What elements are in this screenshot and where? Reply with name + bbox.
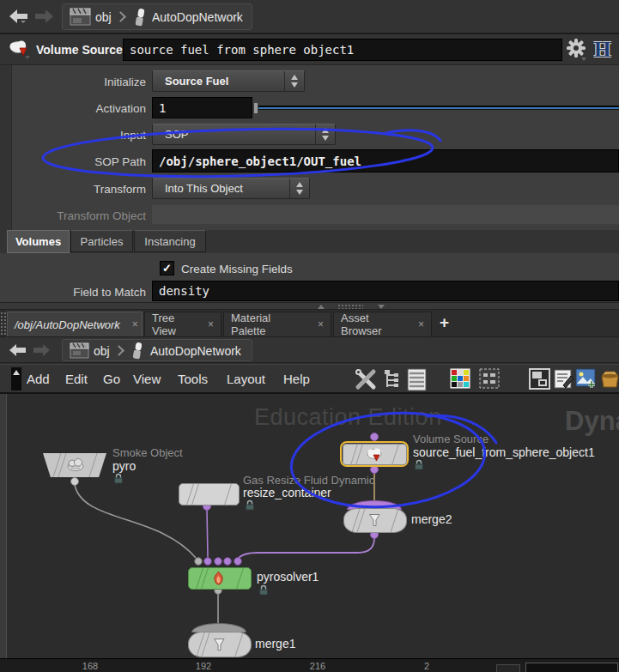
breadcrumb-obj[interactable]: obj (95, 10, 112, 24)
ruler-tick: 216 (310, 661, 325, 671)
input-label: Input (0, 125, 146, 146)
node-name-label[interactable]: pyrosolver1 (257, 570, 319, 584)
pane-tab-material-palette[interactable]: Material Palette× (223, 312, 331, 336)
color-palette-icon[interactable] (450, 368, 470, 389)
windows-layout-icon[interactable] (529, 368, 550, 390)
list-view-icon[interactable] (407, 368, 427, 391)
breadcrumb: obj AutoDopNetwork (62, 339, 252, 361)
node-type-label: Smoke Object (112, 446, 183, 459)
close-tab-icon[interactable]: × (208, 318, 214, 330)
close-tab-icon[interactable]: × (318, 318, 324, 330)
node-name-label[interactable]: merge2 (411, 512, 452, 526)
tab-particles[interactable]: Particles (70, 230, 133, 252)
lock-icon (113, 473, 124, 484)
node-merge1[interactable] (188, 632, 252, 657)
node-resize-container[interactable] (179, 483, 240, 506)
close-tab-icon[interactable]: × (418, 318, 424, 330)
sop-path-input[interactable] (152, 149, 619, 173)
menu-edit[interactable]: Edit (65, 365, 88, 392)
network-menubar: Add Edit Go View Tools Layout Help (0, 364, 619, 394)
back-icon[interactable] (9, 8, 28, 25)
pane-tab-asset-browser[interactable]: Asset Browser× (333, 312, 432, 336)
menu-help[interactable]: Help (283, 365, 310, 392)
splitter-down-icon[interactable] (378, 305, 385, 309)
pane-splitter[interactable] (0, 302, 619, 310)
network-wires (0, 394, 619, 658)
transform-label: Transform (0, 179, 146, 200)
slider-handle[interactable] (254, 103, 258, 113)
network-editor[interactable]: Education Edition Dyna Smoke Object pyro (0, 394, 619, 658)
splitter-up-icon[interactable] (318, 305, 325, 309)
lock-icon (414, 459, 424, 470)
initialize-value: Source Fuel (153, 75, 284, 88)
close-tab-icon[interactable]: × (132, 318, 138, 330)
mini-scrollbar[interactable] (11, 367, 21, 390)
menu-view[interactable]: View (133, 365, 161, 392)
back-icon[interactable] (9, 342, 27, 358)
funnel-icon (368, 513, 381, 528)
activation-input[interactable] (152, 97, 252, 118)
timeline-ruler[interactable]: 168 192 216 2 (0, 658, 619, 672)
transform-object-label: Transform Object (0, 206, 146, 227)
spinner-arrows-icon[interactable] (284, 71, 304, 91)
transform-value: Into This Object (153, 182, 289, 195)
create-missing-fields-checkbox[interactable]: ✓ (160, 261, 174, 275)
smoke-cloud-icon (66, 457, 85, 471)
menu-layout[interactable]: Layout (227, 365, 265, 392)
node-name-label[interactable]: pyro (112, 459, 136, 473)
splitter-grip[interactable] (337, 304, 363, 309)
activation-slider[interactable] (258, 106, 619, 110)
volume-source-icon[interactable] (8, 39, 32, 61)
menu-add[interactable]: Add (27, 365, 50, 392)
gear-icon[interactable] (566, 38, 588, 62)
node-type-label: Gas Resize Fluid Dynamic (243, 474, 374, 487)
menu-tools[interactable]: Tools (178, 365, 208, 392)
node-name-input[interactable] (123, 39, 562, 61)
tab-instancing[interactable]: Instancing (134, 230, 206, 252)
scroll-up-icon[interactable] (13, 370, 20, 375)
fire-icon (212, 571, 225, 586)
node-merge2[interactable] (343, 508, 407, 533)
houdini-logo-icon[interactable]: H (594, 38, 610, 62)
houdini-window: { "ui": {"close": "×", "plus": "+", "che… (0, 0, 619, 672)
breadcrumb-network[interactable]: AutoDopNetwork (152, 10, 243, 24)
field-to-match-input[interactable] (152, 281, 619, 301)
create-missing-fields-label: Create Missing Fields (181, 263, 293, 275)
param-tabs-section: Volumes Particles Instancing ✓ Create Mi… (0, 230, 619, 302)
node-name-label[interactable]: merge1 (255, 637, 295, 651)
breadcrumb-obj[interactable]: obj (94, 344, 110, 358)
initialize-dropdown[interactable]: Source Fuel (152, 70, 305, 92)
tree-view-icon[interactable] (384, 369, 401, 390)
menu-go[interactable]: Go (103, 365, 120, 392)
breadcrumb-network[interactable]: AutoDopNetwork (150, 344, 241, 358)
forward-icon[interactable] (34, 8, 54, 25)
playbar-field-large[interactable] (525, 663, 618, 672)
node-header: Volume Source H (0, 34, 619, 65)
forward-icon[interactable] (33, 342, 51, 358)
node-name-label[interactable]: source_fuel_from_sphere_object1 (413, 445, 595, 459)
transform-dropdown[interactable]: Into This Object (152, 178, 310, 199)
dashed-panel-icon[interactable] (479, 368, 500, 389)
input-dropdown[interactable]: SOP (152, 124, 336, 145)
tools-wrench-icon[interactable] (355, 368, 378, 391)
new-tab-button[interactable]: + (440, 313, 449, 332)
obj-clapperboard-icon (70, 8, 92, 27)
pane-grip[interactable] (0, 312, 7, 336)
box-icon[interactable] (599, 368, 619, 390)
playbar-field-small[interactable] (496, 664, 520, 672)
funnel-icon (213, 638, 226, 652)
obj-clapperboard-icon (70, 342, 90, 360)
pane-tab-treeview[interactable]: Tree View× (144, 312, 222, 336)
activation-label: Activation (0, 99, 146, 119)
pane-tab-network[interactable]: /obj/AutoDopNetwork× (7, 312, 143, 336)
node-pyro[interactable] (43, 453, 106, 477)
spinner-arrows-icon[interactable] (315, 124, 335, 144)
document-edit-icon[interactable] (553, 368, 574, 390)
spinner-arrows-icon[interactable] (289, 179, 309, 198)
node-pyrosolver1[interactable] (188, 567, 252, 590)
image-add-icon[interactable] (575, 368, 598, 390)
tab-volumes[interactable]: Volumes (7, 230, 70, 253)
node-volume-source-selected[interactable] (340, 441, 409, 467)
node-name-label[interactable]: resize_container (243, 486, 331, 499)
volume-source-node-icon (366, 447, 383, 462)
